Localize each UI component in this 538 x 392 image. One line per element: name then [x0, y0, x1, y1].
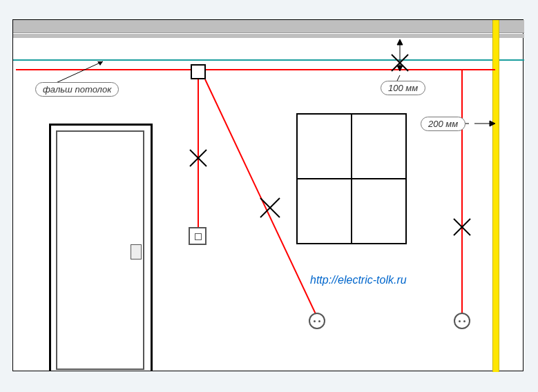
wall-frame: фальш потолок 100 мм 200 мм http://elect… [12, 19, 523, 371]
socket-outlet-2 [454, 313, 470, 329]
ceiling-slab [13, 20, 524, 33]
diagram-canvas: фальш потолок 100 мм 200 мм http://elect… [0, 0, 538, 392]
label-dim-side: 200 мм [421, 117, 465, 131]
light-switch [189, 227, 206, 245]
svg-marker-14 [97, 61, 103, 66]
svg-line-13 [55, 61, 103, 84]
label-false-ceiling: фальш потолок [35, 82, 119, 97]
junction-box [191, 64, 206, 79]
door-handle [131, 244, 142, 259]
ceiling-slab-lower [13, 34, 524, 38]
source-url: http://electric-tolk.ru [310, 274, 407, 286]
label-dim-top: 100 мм [381, 81, 425, 95]
svg-line-12 [454, 219, 470, 235]
false-ceiling-line [13, 59, 524, 61]
svg-marker-17 [397, 66, 403, 71]
svg-line-11 [454, 219, 470, 235]
svg-line-9 [392, 55, 408, 71]
svg-marker-16 [397, 39, 403, 45]
svg-line-5 [190, 150, 206, 166]
socket-outlet-1 [309, 313, 325, 329]
gas-pipe [492, 20, 499, 372]
svg-line-6 [190, 150, 206, 166]
svg-line-10 [392, 55, 408, 71]
svg-line-8 [260, 198, 280, 217]
window [296, 113, 407, 244]
svg-line-7 [260, 198, 280, 217]
